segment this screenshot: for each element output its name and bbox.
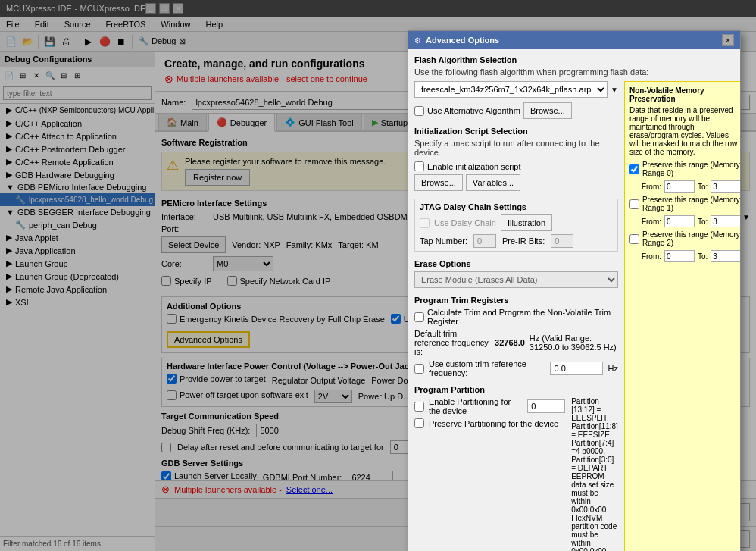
pre-ir-input	[551, 234, 573, 248]
enable-init-checkbox[interactable]	[414, 161, 424, 171]
illustration-button[interactable]: Illustration	[501, 214, 552, 231]
partition-section: Program Partition Enable Partitioning fo…	[414, 385, 618, 551]
init-script-desc: Specify a .mac script to run after conne…	[414, 139, 618, 157]
enable-init-label: Enable initialization script	[427, 162, 521, 171]
mem-range-1-from[interactable]	[664, 215, 695, 227]
tap-label: Tap Number:	[420, 236, 467, 246]
mem-range-0-from[interactable]	[664, 180, 695, 193]
init-script-title: Initialization Script Selection	[414, 127, 618, 136]
calc-trim-check: Calculate Trim and Program the Non-Volat…	[414, 308, 618, 326]
jtag-row2: Tap Number: Pre-IR Bits:	[420, 234, 613, 248]
from-label-2: From:	[642, 252, 661, 261]
erase-section: Erase Options Erase Module (Erases All D…	[414, 259, 618, 288]
enable-partition-row: Enable Partitioning for the device	[414, 397, 565, 415]
dialog-title-row: ⚙ Advanced Options	[414, 36, 499, 45]
custom-trim-checkbox[interactable]	[414, 364, 424, 374]
alt-algo-label: Use Alternative Algorithm	[427, 106, 520, 115]
custom-trim-label: Use custom trim reference frequency:	[429, 359, 545, 377]
alt-algo-checkbox[interactable]	[414, 106, 424, 116]
preserve-partition-label: Preserve Partitioning for the device	[429, 419, 558, 428]
mem-range-2-from-to: From: To:	[642, 250, 740, 262]
dialog-overlay: ⚙ Advanced Options × Flash Algorithm Sel…	[0, 0, 756, 551]
partition-right-text-2: Partition[7:4] =4 b0000, Partition[3:0] …	[571, 439, 618, 472]
freq-unit: Hz (Valid Range: 31250.0 to 39062.5 Hz)	[530, 333, 618, 352]
non-volatile-box: Non-Volatile Memory Preservation Data th…	[624, 81, 740, 551]
non-volatile-title: Non-Volatile Memory Preservation	[629, 86, 740, 103]
mem-range-1: Preserve this range (Memory Range 1)	[629, 196, 740, 212]
default-freq-value: 32768.0	[495, 338, 525, 347]
init-script-btns: Browse... Variables...	[414, 174, 618, 191]
alt-algo-row: Use Alternative Algorithm Browse...	[414, 102, 618, 119]
mem-range-2-from[interactable]	[664, 250, 695, 262]
enable-partition-label: Enable Partitioning for the device	[429, 397, 523, 415]
trim-title: Program Trim Registers	[414, 296, 618, 305]
init-variables-button[interactable]: Variables...	[466, 174, 520, 191]
enable-partition-checkbox[interactable]	[414, 402, 424, 412]
custom-trim-row: Use custom trim reference frequency: Hz	[414, 359, 618, 377]
custom-trim-input[interactable]	[550, 362, 603, 375]
default-freq-label: Default trim reference frequency is:	[414, 329, 490, 356]
partition-content: Enable Partitioning for the device Prese…	[414, 397, 618, 551]
to-label-1: To:	[698, 218, 708, 226]
dialog-content: Flash Algorithm Selection Use the follow…	[408, 49, 740, 551]
partition-right-text-1: Partition [13:12] = EEESPLIT, Partition[…	[571, 397, 618, 439]
use-daisy-label: Use Daisy Chain	[434, 218, 496, 227]
mem-range-2-to[interactable]	[711, 250, 740, 262]
partition-right-text-4: FlexNVM partition code must be within 0x…	[571, 514, 618, 551]
enable-init-row: Enable initialization script	[414, 161, 618, 171]
flash-algo-left: freescale_km34z256m7_1x32x64k_pflash.arp…	[414, 81, 618, 551]
partition-value-input[interactable]	[527, 399, 565, 413]
mem-range-2: Preserve this range (Memory Range 2)	[629, 230, 740, 247]
calc-trim-label: Calculate Trim and Program the Non-Volat…	[427, 308, 618, 326]
erase-title: Erase Options	[414, 259, 618, 268]
mem-range-1-label: Preserve this range (Memory Range 1)	[642, 196, 740, 212]
mem-range-1-from-to: From: To:	[642, 215, 740, 227]
trim-section: Program Trim Registers Calculate Trim an…	[414, 296, 618, 377]
init-script-section: Initialization Script Selection Specify …	[414, 127, 618, 191]
flash-algo-two-col: freescale_km34z256m7_1x32x64k_pflash.arp…	[414, 81, 734, 551]
partition-title: Program Partition	[414, 385, 618, 394]
advanced-options-dialog: ⚙ Advanced Options × Flash Algorithm Sel…	[408, 30, 741, 551]
jtag-row1: Use Daisy Chain Illustration	[420, 214, 613, 231]
jtag-title: JTAG Daisy Chain Settings	[420, 202, 613, 211]
algo-browse-button[interactable]: Browse...	[523, 102, 572, 119]
flash-algo-desc: Use the following flash algorithm when p…	[414, 67, 734, 77]
mem-range-0: Preserve this range (Memory Range 0)	[629, 161, 740, 177]
mem-range-0-label: Preserve this range (Memory Range 0)	[642, 161, 740, 177]
erase-select: Erase Module (Erases All Data)	[414, 271, 618, 288]
non-volatile-desc: Data that reside in a preserved range of…	[629, 106, 740, 156]
algo-select[interactable]: freescale_km34z256m7_1x32x64k_pflash.arp	[414, 81, 608, 98]
partition-right: Partition [13:12] = EEESPLIT, Partition[…	[571, 397, 618, 551]
mem-range-0-from-to: From: To:	[642, 180, 740, 193]
mem-range-1-checkbox[interactable]	[629, 199, 639, 209]
from-label-0: From:	[642, 183, 661, 191]
from-label-1: From:	[642, 218, 661, 226]
algo-dropdown-icon: ▼	[611, 86, 618, 94]
trim-freq-row: Default trim reference frequency is: 327…	[414, 329, 618, 356]
to-label-0: To:	[698, 183, 708, 191]
jtag-section: JTAG Daisy Chain Settings Use Daisy Chai…	[414, 199, 618, 252]
to-label-2: To:	[698, 252, 708, 261]
tap-input	[473, 234, 496, 248]
dialog-title-icon: ⚙	[414, 36, 421, 45]
dialog-title-text: Advanced Options	[426, 36, 499, 45]
mem-range-2-label: Preserve this range (Memory Range 2)	[642, 230, 740, 247]
mem-range-0-to[interactable]	[711, 180, 740, 193]
custom-trim-unit: Hz	[608, 364, 617, 373]
dialog-close-button[interactable]: ×	[722, 34, 734, 46]
mem-range-1-to[interactable]	[711, 215, 740, 227]
init-browse-button[interactable]: Browse...	[414, 174, 463, 191]
flash-algo-title: Flash Algorithm Selection	[414, 55, 734, 64]
pre-ir-label: Pre-IR Bits:	[502, 236, 545, 246]
dialog-title-bar: ⚙ Advanced Options ×	[408, 31, 740, 49]
mem-range-0-checkbox[interactable]	[629, 164, 639, 174]
algo-dropdown-row: freescale_km34z256m7_1x32x64k_pflash.arp…	[414, 81, 618, 98]
flash-algo-section: Flash Algorithm Selection Use the follow…	[414, 55, 734, 551]
preserve-partition-checkbox[interactable]	[414, 418, 424, 428]
partition-right-text-3: EEPROM data set size must be within 0x00…	[571, 472, 618, 514]
preserve-partition-row: Preserve Partitioning for the device	[414, 418, 565, 428]
mem-range-2-checkbox[interactable]	[629, 234, 639, 244]
partition-left: Enable Partitioning for the device Prese…	[414, 397, 565, 551]
ide-window: MCUXpresso IDE - MCUXpresso IDE _ □ × Fi…	[0, 0, 756, 551]
calc-trim-checkbox[interactable]	[414, 312, 424, 322]
